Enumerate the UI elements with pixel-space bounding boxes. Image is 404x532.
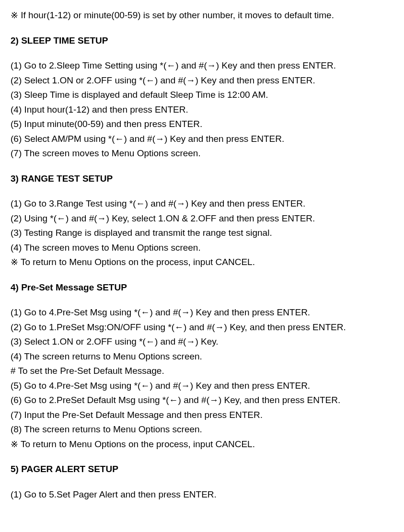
section3-step-2: (2) Using *(←) and #(→) Key, select 1.ON… (11, 212, 395, 226)
section4-step-7: (7) Input the Pre-Set Default Message an… (11, 408, 395, 422)
section4-step-3: (3) Select 1.ON or 2.OFF using *(←) and … (11, 335, 395, 349)
section3-step-4: (4) The screen moves to Menu Options scr… (11, 241, 395, 255)
section2-step-2: (2) Select 1.ON or 2.OFF using *(←) and … (11, 74, 395, 88)
section2-title: 2) SLEEP TIME SETUP (11, 34, 395, 48)
section3-step-3: (3) Testing Range is displayed and trans… (11, 226, 395, 240)
section4-title: 4) Pre-Set Message SETUP (11, 281, 395, 295)
section4-step-5: (5) Go to 4.Pre-Set Msg using *(←) and #… (11, 379, 395, 393)
section3-step-1: (1) Go to 3.Range Test using *(←) and #(… (11, 197, 395, 211)
section2-step-3: (3) Sleep Time is displayed and default … (11, 88, 395, 102)
section4-step-8: (8) The screen returns to Menu Options s… (11, 423, 395, 437)
note-top: ※ If hour(1-12) or minute(00-59) is set … (11, 9, 395, 23)
section5-title: 5) PAGER ALERT SETUP (11, 463, 395, 476)
section4-step-4: (4) The screen returns to Menu Options s… (11, 350, 395, 364)
section4-note: ※ To return to Menu Options on the proce… (11, 438, 395, 451)
section5-step-1: (1) Go to 5.Set Pager Alert and then pre… (11, 488, 395, 502)
section2-step-6: (6) Select AM/PM using *(←) and #(→) Key… (11, 132, 395, 146)
section4-step-6: (6) Go to 2.PreSet Default Msg using *(←… (11, 393, 395, 407)
section3-title: 3) RANGE TEST SETUP (11, 172, 395, 186)
section2-step-1: (1) Go to 2.Sleep Time Setting using *(←… (11, 59, 395, 73)
section2-step-4: (4) Input hour(1-12) and then press ENTE… (11, 103, 395, 117)
section4-step-1: (1) Go to 4.Pre-Set Msg using *(←) and #… (11, 306, 395, 320)
section3-note: ※ To return to Menu Options on the proce… (11, 255, 395, 269)
section2-step-5: (5) Input minute(00-59) and then press E… (11, 117, 395, 131)
section4-step-2: (2) Go to 1.PreSet Msg:ON/OFF using *(←)… (11, 321, 395, 335)
section2-step-7: (7) The screen moves to Menu Options scr… (11, 147, 395, 161)
section4-sub-note: # To set the Pre-Set Default Message. (11, 364, 395, 378)
